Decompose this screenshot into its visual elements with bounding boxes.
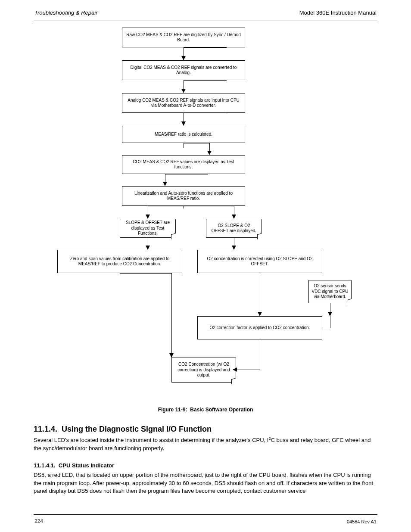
box-display-testfunc: CO2 MEAS & CO2 REF values are displayed …: [122, 155, 245, 174]
para-leds-overview: Several LED's are located inside the ins…: [34, 436, 377, 453]
box-o2-factor-applied-text: O2 correction factor is applied to CO2 c…: [200, 325, 319, 331]
box-o2-correct-text: O2 concentration is corrected using O2 S…: [200, 256, 319, 267]
para-leds-a: Several LED's are located inside the ins…: [34, 437, 268, 443]
doc-o2-sensor: O2 sensor sends VDC signal to CPU via Mo…: [308, 280, 352, 303]
arrow-down-icon: [146, 246, 150, 250]
arrow-down-icon: [181, 56, 186, 60]
box-analog-input: Analog CO2 MEAS & CO2 REF signals are in…: [122, 93, 245, 113]
box-o2-factor-applied: O2 correction factor is applied to CO2 c…: [197, 316, 322, 339]
connector: [184, 47, 227, 48]
box-o2-correct: O2 concentration is corrected using O2 S…: [197, 250, 322, 273]
header-rule: [34, 21, 377, 21]
arrow-down-icon: [207, 151, 212, 155]
para-ds5: DS5, a red LED, that is located on upper…: [34, 471, 377, 496]
page: Troubleshooting & Repair Model 360E Inst…: [0, 0, 411, 532]
doc-o2-sensor-text: O2 sensor sends VDC signal to CPU via Mo…: [311, 283, 349, 300]
connector: [165, 174, 208, 174]
connector: [322, 328, 330, 328]
box-raw-signals: Raw CO2 MEAS & CO2 REF are digitized by …: [122, 28, 245, 47]
arrow-down-icon: [181, 121, 186, 126]
flowchart: Raw CO2 MEAS & CO2 REF are digitized by …: [34, 28, 378, 402]
connector: [184, 143, 209, 143]
arrow-down-icon: [169, 353, 174, 358]
connector: [184, 80, 227, 81]
box-linearize: Linearization and Auto-zero functions ar…: [122, 186, 245, 206]
connector: [260, 273, 260, 314]
box-digital-to-analog-text: Digital CO2 MEAS & CO2 REF signals are c…: [125, 65, 242, 76]
doc-slope-offset: SLOPE & OFFSET are displayed as Test Fun…: [120, 219, 176, 238]
doc-slope-offset-text: SLOPE & OFFSET are displayed as Test Fun…: [123, 220, 173, 236]
doc-final-output: CO2 Concentration (w/ O2 correction) is …: [171, 358, 236, 383]
box-apply-cal: Zero and span values from calibration ar…: [57, 250, 182, 273]
box-display-testfunc-text: CO2 MEAS & CO2 REF values are displayed …: [125, 159, 242, 170]
doc-final-output-text: CO2 Concentration (w/ O2 correction) is …: [174, 362, 233, 378]
doc-o2-slope-offset: O2 SLOPE & O2 OFFSET are displayed.: [206, 219, 262, 238]
connector: [184, 47, 184, 53]
figure-caption: Figure 11-9: Basic Software Operation: [34, 407, 377, 413]
connector: [184, 143, 184, 148]
connector: [184, 113, 227, 113]
arrow-down-icon: [146, 215, 150, 219]
header-right: Model 360E Instruction Manual: [299, 9, 377, 16]
arrow-down-icon: [258, 312, 262, 316]
connector: [148, 206, 234, 206]
box-analog-input-text: Analog CO2 MEAS & CO2 REF signals are in…: [125, 98, 242, 109]
page-number: 224: [34, 518, 43, 524]
arrow-down-icon: [232, 246, 236, 250]
connector: [260, 339, 260, 370]
box-apply-cal-text: Zero and span values from calibration ar…: [60, 256, 179, 267]
footer-rule: [34, 514, 377, 515]
box-linearize-text: Linearization and Auto-zero functions ar…: [125, 191, 242, 202]
connector: [184, 206, 184, 208]
arrow-down-icon: [328, 312, 332, 316]
connector: [120, 273, 171, 274]
h2-diagnostic-io: 11.1.4. Using the Diagnostic Signal I/O …: [34, 425, 377, 434]
box-ratio-calc: MEAS/REF ratio is calculated.: [122, 126, 245, 143]
h3-cpu-status: 11.1.4.1. CPU Status Indicator: [34, 462, 377, 469]
arrow-down-icon: [163, 182, 167, 186]
doc-revision: 04584 Rev A1: [347, 519, 377, 524]
doc-o2-slope-offset-text: O2 SLOPE & O2 OFFSET are displayed.: [209, 223, 259, 234]
box-digital-to-analog: Digital CO2 MEAS & CO2 REF signals are c…: [122, 60, 245, 80]
box-raw-signals-text: Raw CO2 MEAS & CO2 REF are digitized by …: [125, 32, 242, 43]
arrow-left-icon: [233, 367, 237, 372]
box-ratio-calc-text: MEAS/REF ratio is calculated.: [125, 132, 242, 137]
arrow-down-icon: [181, 89, 186, 93]
header-left: Troubleshooting & Repair: [34, 9, 97, 16]
connector: [236, 370, 260, 370]
arrow-down-icon: [232, 215, 236, 219]
